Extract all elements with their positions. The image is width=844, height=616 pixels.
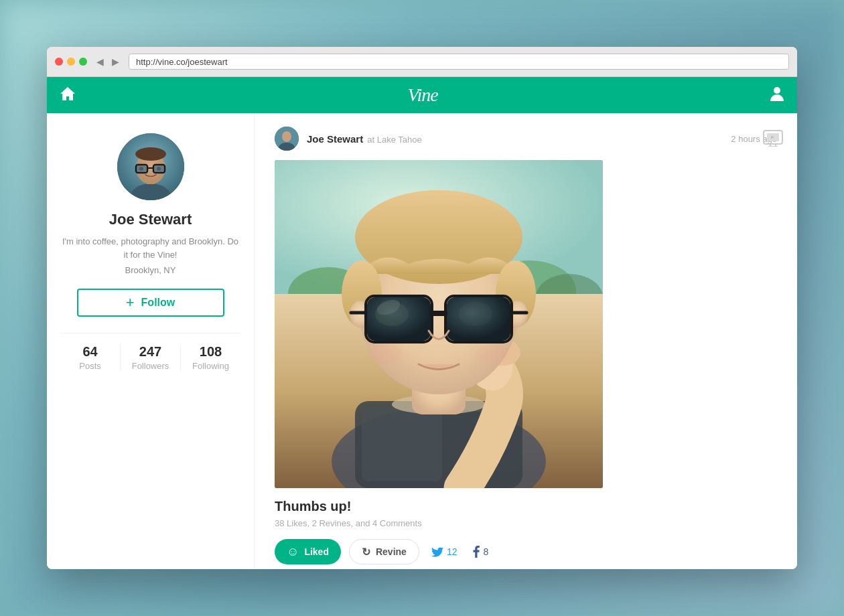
address-bar[interactable] <box>129 54 789 70</box>
smiley-icon: ☺ <box>287 545 299 559</box>
svg-point-47 <box>368 344 402 364</box>
avatar <box>117 133 184 200</box>
back-button[interactable]: ◀ <box>94 55 107 68</box>
twitter-share-button[interactable]: 12 <box>427 546 462 557</box>
following-stat[interactable]: 108 Following <box>181 344 240 371</box>
svg-point-5 <box>135 147 166 161</box>
browser-chrome: ◀ ▶ <box>47 47 797 77</box>
facebook-count: 8 <box>483 546 488 557</box>
vine-logo: Vine <box>407 84 437 106</box>
maximize-traffic-light[interactable] <box>79 58 87 66</box>
following-label: Following <box>186 361 235 371</box>
post-location: at Lake Tahoe <box>367 135 421 145</box>
follow-label: Follow <box>141 297 175 309</box>
vine-navbar: Vine <box>47 77 797 113</box>
post-avatar <box>275 127 299 151</box>
stats-row: 64 Posts 247 Followers 108 Following <box>60 333 240 371</box>
post-caption: Thumbs up! <box>275 499 777 514</box>
profile-icon[interactable] <box>770 86 784 104</box>
followers-count: 247 <box>126 344 175 360</box>
revine-label: Revine <box>376 546 407 557</box>
nav-buttons: ◀ ▶ <box>94 55 122 68</box>
post-author-name[interactable]: Joe Stewart <box>307 133 363 145</box>
svg-point-11 <box>139 167 143 171</box>
svg-point-14 <box>282 131 291 142</box>
followers-stat[interactable]: 247 Followers <box>121 344 181 371</box>
facebook-icon <box>473 546 480 558</box>
revine-button[interactable]: ↻ Revine <box>349 539 419 564</box>
profile-name: Joe Stewart <box>109 211 192 228</box>
svg-point-48 <box>476 344 509 364</box>
liked-button[interactable]: ☺ Liked <box>275 539 341 564</box>
twitter-count: 12 <box>447 546 458 557</box>
followers-label: Followers <box>126 361 175 371</box>
browser-window: ◀ ▶ Vine <box>47 47 797 569</box>
follow-button[interactable]: + Follow <box>77 289 224 317</box>
facebook-share-button[interactable]: 8 <box>469 546 492 558</box>
posts-stat[interactable]: 64 Posts <box>60 344 121 371</box>
vine-feed: Joe Stewart at Lake Tahoe 2 hours ago <box>255 113 797 569</box>
post-header: Joe Stewart at Lake Tahoe 2 hours ago <box>275 127 777 151</box>
vine-video-thumbnail[interactable] <box>275 160 603 488</box>
follow-plus-icon: + <box>126 294 135 311</box>
home-icon[interactable] <box>60 87 75 104</box>
twitter-icon <box>431 547 443 557</box>
vine-content: Joe Stewart I'm into coffee, photography… <box>47 113 797 569</box>
profile-bio: I'm into coffee, photography and Brookly… <box>60 235 240 261</box>
posts-label: Posts <box>66 361 115 371</box>
profile-location: Brooklyn, NY <box>125 265 176 275</box>
close-traffic-light[interactable] <box>55 58 63 66</box>
vine-video-inner <box>275 160 603 488</box>
post-engagement: 38 Likes, 2 Revines, and 4 Comments <box>275 518 777 528</box>
svg-point-46 <box>459 302 492 326</box>
following-count: 108 <box>186 344 235 360</box>
minimize-traffic-light[interactable] <box>67 58 75 66</box>
svg-rect-24 <box>362 408 442 481</box>
svg-point-45 <box>375 302 409 326</box>
traffic-lights <box>55 58 87 66</box>
profile-sidebar: Joe Stewart I'm into coffee, photography… <box>47 113 255 569</box>
tv-icon-wrap[interactable] <box>762 127 784 149</box>
svg-point-0 <box>774 87 780 94</box>
revine-icon: ↻ <box>362 546 370 558</box>
liked-label: Liked <box>304 546 329 557</box>
posts-count: 64 <box>66 344 115 360</box>
vine-feed-wrapper: Joe Stewart at Lake Tahoe 2 hours ago <box>255 113 797 569</box>
tv-icon <box>762 127 784 147</box>
post-author-info: Joe Stewart at Lake Tahoe <box>307 133 422 145</box>
post-actions: ☺ Liked ↻ Revine 12 <box>275 539 777 564</box>
post-author: Joe Stewart at Lake Tahoe <box>275 127 422 151</box>
forward-button[interactable]: ▶ <box>109 55 122 68</box>
svg-point-12 <box>157 167 161 171</box>
vine-app: Vine <box>47 77 797 569</box>
